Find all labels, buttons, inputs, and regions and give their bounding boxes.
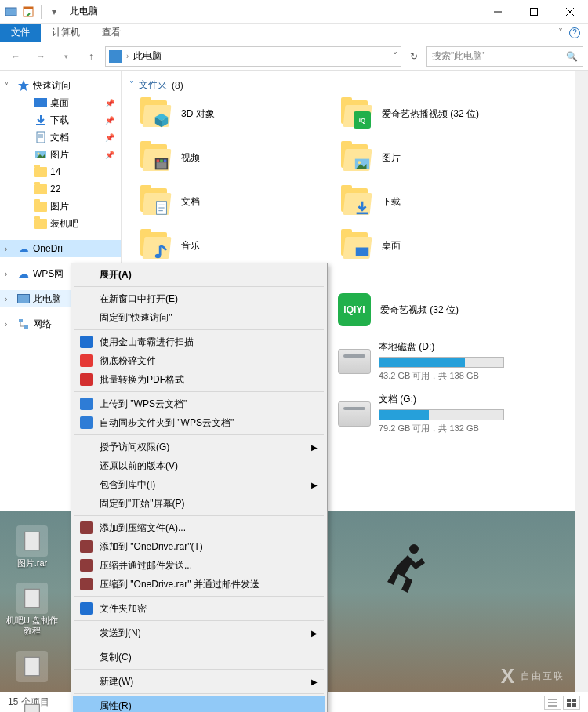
pin-icon: 📌 bbox=[105, 116, 114, 125]
tree-label: 快速访问 bbox=[33, 79, 71, 93]
tree-item[interactable]: ›14 bbox=[0, 163, 121, 180]
drive-usage-bar bbox=[379, 357, 504, 368]
qat-properties-icon[interactable] bbox=[22, 5, 34, 18]
ribbon-collapse-icon[interactable]: ˅ bbox=[558, 27, 563, 38]
qat-dropdown-icon[interactable]: ▾ bbox=[48, 5, 60, 18]
folder-icon bbox=[339, 141, 372, 174]
folder-item[interactable]: 图片 bbox=[339, 140, 535, 175]
desktop-icon[interactable]: 自动修复 bbox=[5, 698, 60, 712]
menu-label: 固定到"开始"屏幕(P) bbox=[100, 497, 185, 510]
menu-label: 属性(R) bbox=[100, 699, 132, 713]
item-label: 爱奇艺热播视频 (32 位) bbox=[382, 107, 479, 121]
title-bar: ▾ 此电脑 bbox=[0, 0, 588, 24]
menu-item[interactable]: 新建(W)▶ bbox=[73, 672, 325, 691]
tree-onedrive[interactable]: › ☁ OneDri bbox=[0, 240, 121, 257]
menu-item[interactable]: 包含到库中(I)▶ bbox=[73, 475, 325, 494]
nav-back-button[interactable]: ← bbox=[5, 45, 27, 67]
search-input[interactable]: 搜索"此电脑" 🔍 bbox=[426, 46, 583, 67]
view-icons-button[interactable] bbox=[563, 696, 580, 710]
desktop-icon[interactable]: 机吧U 盘制作教程 bbox=[5, 583, 60, 636]
nav-recent-dropdown[interactable]: ▾ bbox=[55, 45, 77, 67]
submenu-arrow-icon: ▶ bbox=[311, 629, 318, 638]
menu-item[interactable]: 发送到(N)▶ bbox=[73, 623, 325, 642]
menu-item[interactable]: 彻底粉碎文件 bbox=[73, 351, 325, 370]
nav-forward-button[interactable]: → bbox=[30, 45, 52, 67]
breadcrumb[interactable]: 此电脑 bbox=[133, 49, 162, 63]
tree-item[interactable]: ›装机吧 bbox=[0, 215, 121, 232]
svg-rect-21 bbox=[160, 160, 163, 162]
svg-rect-42 bbox=[25, 590, 40, 608]
expand-icon[interactable]: › bbox=[5, 270, 14, 278]
folder-item[interactable]: 下载 bbox=[339, 184, 535, 219]
folder-icon bbox=[339, 229, 372, 262]
desktop-icon[interactable]: 图片.rar bbox=[5, 525, 60, 569]
watermark: X自由互联 bbox=[501, 664, 564, 688]
vertical-scrollbar[interactable] bbox=[575, 71, 588, 692]
item-icon bbox=[34, 96, 47, 109]
tree-item[interactable]: ›桌面📌 bbox=[0, 94, 121, 111]
wallpaper-figure bbox=[384, 541, 431, 604]
location-icon bbox=[109, 50, 122, 63]
tree-item[interactable]: ›图片📌 bbox=[0, 146, 121, 163]
tree-item[interactable]: ›22 bbox=[0, 180, 121, 198]
menu-item[interactable]: 上传到 "WPS云文档" bbox=[73, 394, 325, 413]
menu-item[interactable]: 还原以前的版本(V) bbox=[73, 456, 325, 475]
close-button[interactable] bbox=[552, 0, 588, 24]
menu-item[interactable]: 压缩到 "OneDrive.rar" 并通过邮件发送 bbox=[73, 575, 325, 594]
ribbon-tab-computer[interactable]: 计算机 bbox=[41, 24, 91, 42]
folder-item[interactable]: 文档 bbox=[139, 184, 335, 219]
minimize-button[interactable] bbox=[480, 0, 516, 24]
menu-item[interactable]: 复制(C) bbox=[73, 648, 325, 667]
svg-rect-4 bbox=[531, 8, 538, 15]
menu-item[interactable]: 压缩并通过邮件发送... bbox=[73, 556, 325, 575]
drive-item[interactable]: 文档 (G:)79.2 GB 可用，共 132 GB bbox=[338, 393, 532, 434]
pin-icon: 📌 bbox=[105, 151, 114, 159]
menu-item[interactable]: 添加到压缩文件(A)... bbox=[73, 518, 325, 537]
menu-item[interactable]: 自动同步文件夹到 "WPS云文档" bbox=[73, 413, 325, 432]
drive-label: 文档 (G:) bbox=[379, 393, 532, 406]
view-details-button[interactable] bbox=[544, 696, 561, 710]
folder-item[interactable]: iQ爱奇艺热播视频 (32 位) bbox=[339, 96, 535, 131]
expand-icon[interactable]: › bbox=[5, 320, 14, 329]
cloud-icon: ☁ bbox=[17, 242, 30, 255]
help-icon[interactable]: ? bbox=[569, 27, 580, 38]
tree-item[interactable]: ›文档📌 bbox=[0, 129, 121, 146]
expand-icon[interactable]: ˅ bbox=[5, 82, 14, 90]
drive-item[interactable]: 本地磁盘 (D:)43.2 GB 可用，共 138 GB bbox=[338, 340, 532, 382]
menu-item[interactable]: 文件夹加密 bbox=[73, 599, 325, 618]
app-item-iqiyi[interactable]: iQIYI 爱奇艺视频 (32 位) bbox=[338, 293, 459, 326]
ribbon-tab-file[interactable]: 文件 bbox=[0, 24, 41, 42]
menu-item[interactable]: 使用金山毒霸进行扫描 bbox=[73, 332, 325, 351]
tree-quick-access[interactable]: ˅ 快速访问 bbox=[0, 77, 121, 94]
maximize-button[interactable] bbox=[516, 0, 552, 24]
search-icon[interactable]: 🔍 bbox=[566, 51, 578, 62]
refresh-button[interactable]: ↻ bbox=[405, 47, 423, 66]
expand-icon[interactable]: › bbox=[5, 245, 14, 253]
folder-item[interactable]: 桌面 bbox=[339, 228, 535, 263]
group-header-folders[interactable]: ˅ 文件夹 (8) bbox=[122, 77, 588, 96]
folder-item[interactable]: 音乐 bbox=[139, 228, 335, 263]
item-icon bbox=[34, 165, 47, 178]
address-dropdown-icon[interactable]: ˅ bbox=[393, 51, 397, 62]
tree-item[interactable]: ›图片 bbox=[0, 198, 121, 215]
menu-item[interactable]: 固定到"开始"屏幕(P) bbox=[73, 494, 325, 513]
menu-item[interactable]: 属性(R) bbox=[73, 696, 325, 712]
menu-item[interactable]: 批量转换为PDF格式 bbox=[73, 370, 325, 389]
desktop-icon[interactable] bbox=[5, 651, 60, 684]
iqiyi-icon: iQIYI bbox=[338, 293, 371, 326]
folder-item[interactable]: 3D 对象 bbox=[139, 96, 335, 131]
menu-item[interactable]: 授予访问权限(G)▶ bbox=[73, 438, 325, 456]
nav-up-button[interactable]: ↑ bbox=[80, 45, 102, 67]
menu-item[interactable]: 展开(A) bbox=[73, 265, 325, 284]
item-icon bbox=[34, 148, 47, 161]
svg-marker-7 bbox=[18, 80, 29, 91]
menu-item[interactable]: 添加到 "OneDrive.rar"(T) bbox=[73, 537, 325, 556]
folder-item[interactable]: 视频 bbox=[139, 140, 335, 175]
address-bar[interactable]: › 此电脑 ˅ bbox=[105, 46, 401, 67]
menu-item[interactable]: 固定到"快速访问" bbox=[73, 308, 325, 327]
expand-icon[interactable]: › bbox=[5, 295, 14, 303]
tree-label: 文档 bbox=[50, 131, 69, 144]
menu-item[interactable]: 在新窗口中打开(E) bbox=[73, 289, 325, 308]
ribbon-tab-view[interactable]: 查看 bbox=[91, 24, 132, 42]
tree-item[interactable]: ›下载📌 bbox=[0, 111, 121, 129]
